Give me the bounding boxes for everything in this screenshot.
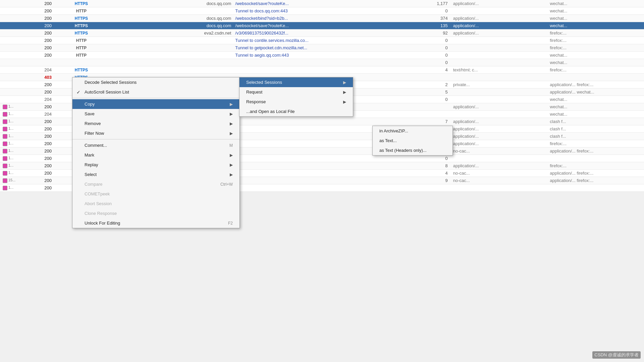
menu-item-autoscroll-session-list[interactable]: ✓AutoScroll Session List: [72, 87, 239, 97]
table-row[interactable]: 200 HTTPS docs.qq.com /websocket/save?ro…: [0, 22, 644, 29]
copy-submenu-label: Selected Sessions: [246, 80, 343, 85]
row-proto: HTTP: [63, 44, 99, 52]
menu-item-replay[interactable]: Replay▶: [72, 160, 239, 170]
row-num: [0, 81, 33, 88]
row-process: application/... wechat...: [547, 88, 644, 96]
row-process: firefox:...: [547, 37, 644, 44]
row-body: 9: [402, 177, 450, 184]
row-process: application/... firefox:...: [547, 177, 644, 184]
table-row[interactable]: 200 HTTP Tunnel to getpocket.cdn.mozilla…: [0, 44, 644, 52]
selected-submenu-item-as-text---[interactable]: as Text...: [373, 136, 452, 145]
row-body: 0: [402, 96, 450, 103]
row-body: [402, 184, 450, 192]
menu-item-label: Compare: [85, 182, 220, 187]
menu-item-filter-now[interactable]: Filter Now▶: [72, 128, 239, 138]
menu-item-remove[interactable]: Remove▶: [72, 119, 239, 128]
row-ctype: application/...: [450, 15, 547, 22]
row-body: 0: [402, 52, 450, 59]
row-status: [33, 59, 63, 66]
row-proto: HTTP: [63, 7, 99, 15]
row-body: 2: [402, 81, 450, 88]
menu-item-clone-response: Clone Response: [72, 208, 239, 218]
row-host: [100, 44, 233, 52]
row-host: eva2.csdn.net: [100, 29, 233, 37]
copy-submenu-item----and-open-as-local-file[interactable]: ...and Open as Local File: [239, 107, 353, 116]
row-ctype: application/...: [450, 133, 547, 140]
copy-submenu-arrow-icon: ▶: [343, 80, 346, 85]
row-status: 200: [33, 155, 63, 162]
row-body: [402, 111, 450, 118]
table-row[interactable]: 200 HTTPS eva2.csdn.net /v3/069813751900…: [0, 29, 644, 37]
row-ctype: [450, 96, 547, 103]
copy-submenu-label: Request: [246, 89, 343, 95]
table-row[interactable]: 200 HTTP Tunnel to docs.qq.com:443 0 wec…: [0, 7, 644, 15]
row-body: 92: [402, 29, 450, 37]
row-body: 0: [402, 155, 450, 162]
table-row[interactable]: 204 HTTPS 4 text/html; c... firefox:...: [0, 66, 644, 74]
menu-item-label: COMETpeek: [85, 191, 233, 196]
copy-submenu-item-response[interactable]: Response▶: [239, 97, 353, 107]
row-ctype: no-cac...: [450, 177, 547, 184]
copy-submenu-item-request[interactable]: Request▶: [239, 87, 353, 97]
row-ctype: [450, 155, 547, 162]
table-row[interactable]: 200 HTTPS docs.qq.com /websocket/save?ro…: [0, 0, 644, 7]
row-process: firefox:...: [547, 162, 644, 170]
row-proto: HTTPS: [63, 15, 99, 22]
row-process: firefox:...: [547, 66, 644, 74]
menu-item-label: Unlock For Editing: [85, 221, 228, 226]
row-ctype: private...: [450, 81, 547, 88]
row-status: 200: [33, 140, 63, 147]
menu-item-compare: CompareCtrl+W: [72, 179, 239, 189]
row-status: 200: [33, 52, 63, 59]
row-status: 200: [33, 170, 63, 177]
menu-item-comment---[interactable]: Comment...M: [72, 140, 239, 150]
row-ctype: no-cac...: [450, 170, 547, 177]
row-body: 374: [402, 15, 450, 22]
menu-item-decode-selected-sessions[interactable]: Decode Selected Sessions: [72, 77, 239, 87]
row-process: [547, 74, 644, 81]
row-num: 1...: [0, 103, 33, 111]
table-row[interactable]: 200 HTTPS docs.qq.com /websocket/bind?si…: [0, 15, 644, 22]
row-host: docs.qq.com: [100, 22, 233, 29]
selected-submenu-item-in-archivezip---[interactable]: in ArchiveZIP...: [373, 126, 452, 136]
table-row[interactable]: 200 HTTP Tunnel to aegis.qq.com:443 0 we…: [0, 52, 644, 59]
menu-item-copy[interactable]: Copy▶: [72, 99, 239, 109]
menu-item-unlock-for-editing[interactable]: Unlock For EditingF2: [72, 218, 239, 228]
menu-item-label: Comment...: [85, 143, 229, 148]
row-ctype: [450, 111, 547, 118]
row-ctype: [450, 88, 547, 96]
table-row[interactable]: 0 wechat...: [0, 59, 644, 66]
row-status: 200: [33, 7, 63, 15]
row-ctype: [450, 44, 547, 52]
row-process: firefox:...: [547, 140, 644, 147]
menu-item-label: Clone Response: [85, 211, 233, 216]
row-num: [0, 29, 33, 37]
menu-item-save[interactable]: Save▶: [72, 109, 239, 119]
table-row[interactable]: 200 HTTP Tunnel to contile.services.mozi…: [0, 37, 644, 44]
row-num: 1...: [0, 125, 33, 133]
row-status: 403: [33, 74, 63, 81]
row-host: [100, 37, 233, 44]
selected-submenu-item-as-text--headers-only----[interactable]: as Text (Headers only)...: [373, 145, 452, 155]
row-ctype: application/...: [450, 29, 547, 37]
submenu-arrow-icon: ▶: [230, 163, 233, 167]
row-status: 200: [33, 118, 63, 125]
row-process: clash f...: [547, 133, 644, 140]
row-status: 200: [33, 162, 63, 170]
row-num: [0, 88, 33, 96]
row-body: 0: [402, 37, 450, 44]
menu-item-abort-session: Abort Session: [72, 199, 239, 208]
menu-item-mark[interactable]: Mark▶: [72, 150, 239, 160]
row-num: 1...: [0, 184, 33, 192]
row-url: Tunnel to aegis.qq.com:443: [232, 52, 402, 59]
row-ctype: [450, 184, 547, 192]
submenu-arrow-icon: ▶: [230, 102, 233, 107]
menu-item-select[interactable]: Select▶: [72, 170, 239, 179]
copy-submenu-item-selected-sessions[interactable]: Selected Sessions▶: [239, 77, 353, 87]
menu-item-label: Select: [85, 172, 230, 177]
row-num: 1...: [0, 111, 33, 118]
row-body: 5: [402, 88, 450, 96]
copy-submenu-arrow-icon: ▶: [343, 100, 346, 104]
row-status: 200: [33, 184, 63, 192]
row-process: wechat...: [547, 103, 644, 111]
